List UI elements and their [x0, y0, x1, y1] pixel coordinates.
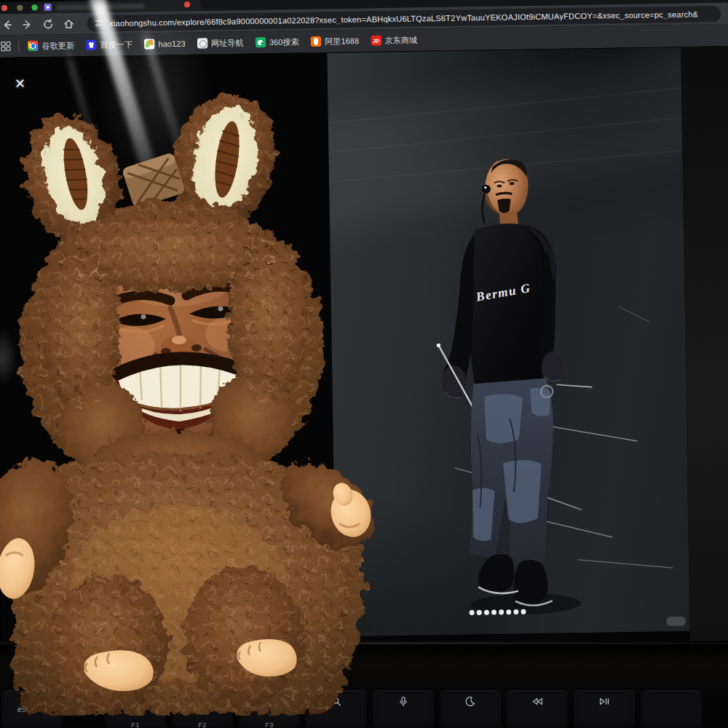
bookmark-jd[interactable]: JD 京东商城 — [371, 34, 417, 46]
kanye-plush-doll — [0, 90, 380, 716]
pagination-dot[interactable] — [477, 610, 482, 615]
window-close-button[interactable] — [1, 5, 7, 11]
back-button[interactable] — [0, 18, 13, 31]
bookmark-1688[interactable]: 阿里1688 — [311, 35, 360, 47]
plush-body — [0, 446, 380, 714]
key-f7[interactable] — [507, 690, 568, 728]
window-zoom-button[interactable] — [31, 4, 37, 10]
key-f9[interactable] — [641, 690, 702, 728]
window-minimize-button[interactable] — [17, 5, 23, 11]
photo-watermark-badge — [666, 617, 687, 627]
moon-icon — [465, 696, 476, 710]
performer-figure: Bermu G — [434, 158, 582, 616]
tab-favicon-icon — [44, 4, 52, 11]
key-f5[interactable] — [373, 690, 434, 728]
chrome-icon — [28, 41, 38, 51]
pagination-dot[interactable] — [491, 609, 496, 614]
pagination-dot[interactable] — [484, 610, 489, 615]
play-pause-icon — [598, 696, 611, 709]
360-search-icon — [256, 37, 266, 47]
apps-grid-icon[interactable] — [1, 41, 11, 51]
microphone-icon — [398, 696, 408, 710]
key-f6[interactable] — [440, 690, 501, 728]
pagination-dot[interactable] — [506, 609, 511, 614]
stage-photo[interactable]: Bermu G — [327, 47, 689, 636]
reload-button[interactable] — [41, 17, 55, 31]
pagination-dot[interactable] — [521, 609, 526, 614]
pagination-dots[interactable] — [470, 609, 526, 615]
stage-performer: Bermu G — [327, 47, 689, 636]
bookmarks-divider — [18, 41, 19, 52]
pagination-dot[interactable] — [499, 609, 504, 614]
pagination-dot[interactable] — [513, 609, 518, 614]
pagination-dot[interactable] — [470, 610, 475, 615]
key-f8[interactable] — [574, 690, 635, 728]
rewind-icon — [531, 696, 544, 709]
bookmark-360[interactable]: 360搜索 — [256, 36, 299, 48]
forward-button[interactable] — [21, 17, 34, 31]
jd-icon: JD — [371, 35, 381, 45]
photo-of-laptop-with-plush: xiaohongshu.com/explore/66f8c9a900000000… — [0, 0, 728, 728]
alibaba-1688-icon — [311, 36, 321, 47]
